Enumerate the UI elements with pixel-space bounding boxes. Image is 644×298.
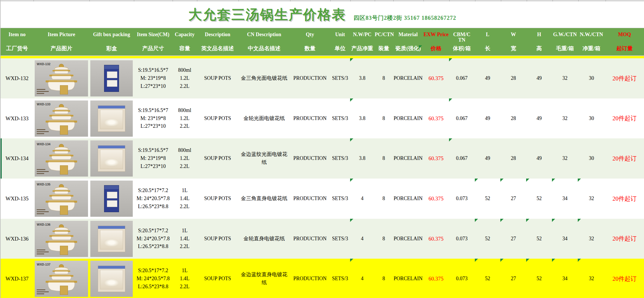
cell-unit[interactable]: SETS/3	[330, 259, 350, 298]
cell-item-size[interactable]: S:20.5*17*7.2 M: 24*20.5*7.8 L:26.5*23*8…	[134, 259, 173, 298]
cell-pc-per-ctn[interactable]: 8	[374, 58, 393, 98]
cell-moq[interactable]: 20件起订	[605, 219, 644, 259]
cell-moq[interactable]: 20件起订	[605, 58, 644, 98]
cell-unit[interactable]: SETS/3	[330, 58, 350, 98]
cell-net-weight[interactable]: 32	[578, 259, 605, 298]
cell-width[interactable]: 27	[500, 219, 526, 259]
cell-description-en[interactable]: SOUP POTS	[197, 138, 238, 179]
cell-width[interactable]: 28	[500, 58, 526, 98]
cell-height[interactable]: 49	[526, 98, 552, 139]
cell-nw-per-pc[interactable]: 3.8	[350, 98, 374, 139]
cell-nw-per-pc[interactable]: 4	[350, 259, 374, 298]
cell-height[interactable]: 52	[526, 179, 552, 219]
cell-height[interactable]: 52	[526, 259, 552, 298]
cell-item-picture[interactable]: WXD-136	[34, 219, 89, 259]
cell-moq[interactable]: 20件起订	[605, 179, 644, 219]
cell-unit[interactable]: SETS/3	[330, 219, 350, 259]
column-header-nw_pc[interactable]: N.W/PC 产品净重	[350, 28, 374, 55]
column-header-size[interactable]: Item Size(CM) 产品尺寸	[134, 28, 173, 55]
cell-gift-box[interactable]	[89, 58, 134, 98]
cell-cbm-per-ctn[interactable]: 0.067	[449, 98, 475, 139]
cell-exw-price[interactable]: 60.375	[423, 259, 449, 298]
cell-cbm-per-ctn[interactable]: 0.073	[449, 219, 475, 259]
cell-gift-box[interactable]	[89, 259, 134, 298]
cell-description-en[interactable]: SOUP POTS	[197, 98, 238, 139]
cell-description-en[interactable]: SOUP POTS	[197, 259, 238, 298]
cell-item-size[interactable]: S:20.5*17*7.2 M: 24*20.5*7.8 L:26.5*23*8…	[134, 179, 173, 219]
cell-exw-price[interactable]: 60.375	[423, 58, 449, 98]
column-header-box[interactable]: Gift box packing 彩盒	[89, 28, 134, 55]
cell-height[interactable]: 49	[526, 138, 552, 179]
cell-nw-per-pc[interactable]: 4	[350, 219, 374, 259]
cell-item-size[interactable]: S:19.5*16.5*7 M: 23*19*8 L:27*23*10	[134, 58, 173, 98]
cell-gross-weight[interactable]: 32	[552, 98, 578, 139]
cell-net-weight[interactable]: 32	[578, 179, 605, 219]
cell-qty[interactable]: PRODUCTION	[290, 179, 330, 219]
cell-item-no[interactable]: WXD-133	[1, 98, 34, 139]
cell-item-picture[interactable]: WXD-137	[34, 259, 89, 298]
cell-pc-per-ctn[interactable]: 8	[374, 179, 393, 219]
cell-description-en[interactable]: SOUP POTS	[197, 58, 238, 98]
column-header-gw[interactable]: G.W./CTN 毛重/箱	[552, 28, 578, 55]
cell-item-picture[interactable]: WXD-133	[34, 98, 89, 139]
cell-qty[interactable]: PRODUCTION	[290, 138, 330, 179]
cell-description-cn[interactable]: 金三角直身电镀花纸	[238, 179, 290, 219]
cell-net-weight[interactable]: 30	[578, 58, 605, 98]
cell-capacity[interactable]: 800ml 1.2L 2.2L	[172, 98, 197, 139]
cell-unit[interactable]: SETS/3	[330, 179, 350, 219]
cell-height[interactable]: 52	[526, 219, 552, 259]
column-header-h[interactable]: H 高	[526, 28, 552, 55]
cell-capacity[interactable]: 1L 1.4L 2.2L	[172, 259, 197, 298]
cell-net-weight[interactable]: 30	[578, 98, 605, 139]
column-header-capacity[interactable]: Capacity 容量	[172, 28, 197, 55]
cell-gift-box[interactable]	[89, 179, 134, 219]
cell-gift-box[interactable]	[89, 98, 134, 139]
cell-gross-weight[interactable]: 32	[552, 58, 578, 98]
cell-gift-box[interactable]	[89, 138, 134, 179]
column-header-pc_ctn[interactable]: PC/CTN 装量	[374, 28, 393, 55]
cell-cbm-per-ctn[interactable]: 0.073	[449, 259, 475, 298]
column-header-cbm[interactable]: CBM/C TN 体积/箱	[449, 28, 475, 55]
cell-gift-box[interactable]	[89, 219, 134, 259]
cell-item-no[interactable]: WXD-136	[1, 219, 34, 259]
cell-unit[interactable]: SETS/3	[330, 98, 350, 139]
cell-pc-per-ctn[interactable]: 8	[374, 138, 393, 179]
column-header-desc_cn[interactable]: CN Description 中文品名描述	[238, 28, 290, 55]
cell-nw-per-pc[interactable]: 3.8	[350, 58, 374, 98]
cell-material[interactable]: PORCELAIN	[393, 219, 423, 259]
cell-pc-per-ctn[interactable]: 8	[374, 259, 393, 298]
cell-cbm-per-ctn[interactable]: 0.073	[449, 179, 475, 219]
cell-qty[interactable]: PRODUCTION	[290, 58, 330, 98]
cell-item-no[interactable]: WXD-132	[1, 58, 34, 98]
cell-unit[interactable]: SETS/3	[330, 138, 350, 179]
cell-item-size[interactable]: S:19.5*16.5*7 M: 23*19*8 L:27*23*10	[134, 98, 173, 139]
column-header-qty[interactable]: Qty 数量	[290, 28, 330, 55]
cell-moq[interactable]: 20件起订	[605, 138, 644, 179]
cell-capacity[interactable]: 800ml 1.2L 2.2L	[172, 138, 197, 179]
cell-width[interactable]: 28	[500, 138, 526, 179]
cell-gross-weight[interactable]: 32	[552, 138, 578, 179]
column-header-moq[interactable]: MOQ 起订量	[605, 28, 644, 55]
column-header-w[interactable]: W 宽	[500, 28, 526, 55]
cell-item-size[interactable]: S:19.5*16.5*7 M: 23*19*8 L:27*23*10	[134, 138, 173, 179]
cell-gross-weight[interactable]: 34	[552, 259, 578, 298]
cell-capacity[interactable]: 1L 1.4L 2.2L	[172, 219, 197, 259]
cell-length[interactable]: 49	[475, 138, 501, 179]
column-header-l[interactable]: L 长	[475, 28, 501, 55]
cell-moq[interactable]: 20件起订	[605, 98, 644, 139]
column-header-desc_en[interactable]: Description 英文品名描述	[197, 28, 238, 55]
cell-description-cn[interactable]: 金边蓝纹直身电镀花纸	[238, 259, 290, 298]
cell-capacity[interactable]: 1L 1.4L 2.2L	[172, 179, 197, 219]
cell-material[interactable]: PORCELAIN	[393, 259, 423, 298]
column-header-price[interactable]: EXW Price 价格	[423, 28, 449, 55]
cell-length[interactable]: 49	[475, 58, 501, 98]
cell-qty[interactable]: PRODUCTION	[290, 259, 330, 298]
cell-cbm-per-ctn[interactable]: 0.067	[449, 138, 475, 179]
cell-gross-weight[interactable]: 34	[552, 219, 578, 259]
column-header-item_no[interactable]: Item no 工厂货号	[1, 28, 34, 55]
column-header-material[interactable]: Material 瓷质(强化)	[393, 28, 423, 55]
column-header-unit[interactable]: Unit 单位	[330, 28, 350, 55]
cell-exw-price[interactable]: 60.375	[423, 179, 449, 219]
cell-length[interactable]: 52	[475, 219, 501, 259]
cell-height[interactable]: 49	[526, 58, 552, 98]
